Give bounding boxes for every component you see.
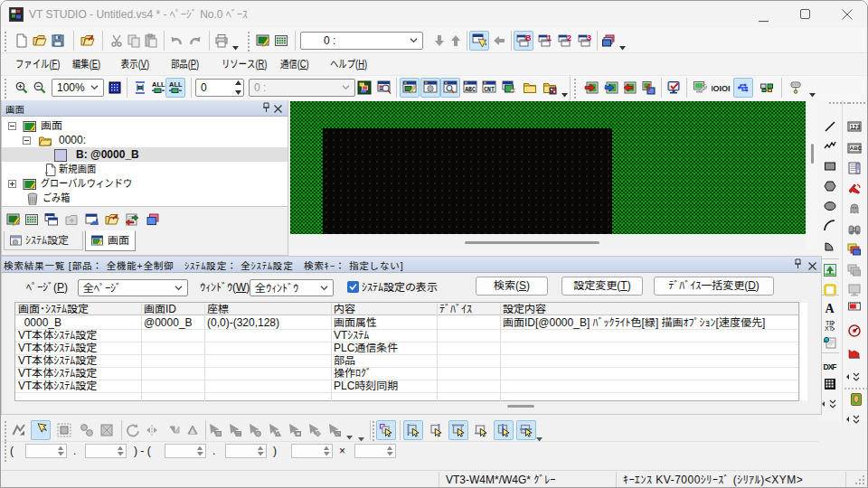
svg-text:ABC: ABC — [850, 145, 862, 151]
svg-text:2: 2 — [567, 33, 571, 42]
svg-text:ABC: ABC — [465, 87, 476, 93]
svg-text:ALL: ALL — [152, 80, 165, 89]
svg-text:DXF: DXF — [824, 362, 837, 371]
svg-text:IOIOI: IOIOI — [712, 84, 731, 93]
svg-text:123: 123 — [850, 124, 860, 130]
svg-text:CNT: CNT — [484, 87, 495, 93]
svg-text:3: 3 — [587, 33, 591, 42]
svg-text:ALL: ALL — [169, 80, 183, 89]
svg-text:B: B — [525, 33, 531, 42]
svg-text:1: 1 — [547, 33, 552, 42]
svg-text:A: A — [826, 302, 835, 315]
